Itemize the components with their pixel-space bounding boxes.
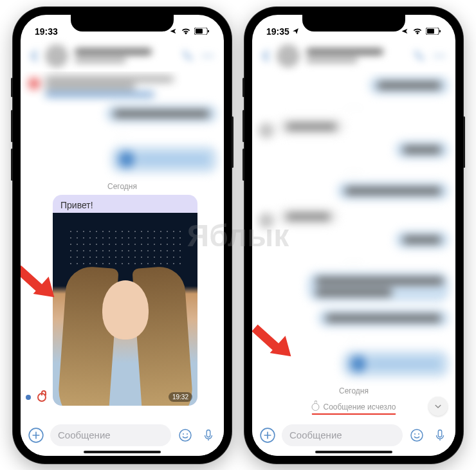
message-in (278, 118, 345, 136)
location-icon (292, 28, 299, 35)
bomb-icon (37, 393, 46, 402)
svg-rect-1 (196, 29, 203, 33)
svg-point-15 (438, 55, 441, 57)
message-out (105, 105, 217, 123)
svg-rect-2 (208, 30, 209, 33)
svg-point-19 (414, 433, 416, 435)
wifi-icon (412, 28, 423, 35)
contact-avatar[interactable] (277, 44, 300, 68)
power-button (463, 116, 465, 168)
contact-name[interactable] (306, 48, 405, 63)
svg-point-20 (418, 433, 419, 435)
message-out (395, 141, 449, 159)
voice-message (111, 146, 217, 173)
airplane-icon (400, 28, 409, 35)
mute-switch (11, 78, 13, 97)
scroll-down-button[interactable] (428, 397, 448, 416)
svg-point-5 (211, 55, 214, 57)
more-icon[interactable] (201, 49, 215, 63)
notch (302, 15, 405, 32)
unread-dot (26, 395, 31, 400)
contact-name[interactable] (75, 48, 174, 63)
svg-rect-10 (206, 429, 210, 437)
emoji-button[interactable] (176, 426, 194, 444)
voice-message (342, 350, 449, 377)
svg-point-4 (206, 55, 209, 57)
date-separator: Сегодня (259, 386, 449, 395)
svg-point-16 (443, 55, 445, 57)
back-icon[interactable] (30, 50, 39, 62)
message-photo[interactable]: 19:32 (53, 213, 197, 406)
svg-point-8 (183, 433, 184, 435)
chat-area[interactable]: · · · Сегодня Привет! 19:32 (21, 71, 224, 420)
status-time: 19:33 (35, 26, 58, 37)
phone-right: 19:35 · · · · · · · · · · (244, 7, 463, 464)
svg-rect-21 (438, 429, 442, 437)
svg-point-3 (203, 55, 205, 57)
contact-avatar[interactable] (45, 44, 68, 68)
chat-area[interactable]: · · · · · · · · · · · · · · · · · · Сего… (252, 71, 455, 420)
home-indicator[interactable] (84, 451, 161, 453)
back-icon[interactable] (261, 50, 270, 62)
smile-icon (178, 428, 193, 443)
mic-icon (201, 428, 215, 442)
disappeared-message-notice: Сообщение исчезло (311, 401, 396, 415)
svg-point-9 (187, 433, 188, 435)
svg-point-7 (179, 429, 191, 441)
message-out (337, 182, 449, 200)
status-time: 19:35 (266, 26, 289, 37)
svg-rect-13 (439, 30, 441, 33)
plus-icon (259, 427, 276, 444)
plus-icon (28, 427, 44, 444)
message-time: 19:32 (169, 392, 192, 402)
mute-switch (243, 78, 244, 97)
chat-header[interactable] (252, 41, 455, 71)
home-indicator[interactable] (315, 451, 392, 453)
more-icon[interactable] (432, 49, 446, 63)
volume-down (11, 149, 13, 181)
call-icon[interactable] (180, 49, 194, 63)
input-placeholder: Сообщение (58, 429, 111, 440)
airplane-icon (169, 28, 178, 35)
volume-up (11, 110, 13, 142)
input-placeholder: Сообщение (289, 429, 342, 440)
volume-up (243, 110, 244, 142)
smile-icon (409, 428, 425, 443)
bomb-icon (311, 403, 319, 411)
svg-point-14 (434, 55, 437, 57)
battery-icon (426, 28, 441, 35)
volume-down (243, 149, 244, 181)
attach-button[interactable] (259, 426, 277, 444)
disappearing-message[interactable]: Привет! 19:32 (53, 195, 197, 406)
phone-left: 19:33 · · · Сег (13, 7, 232, 464)
disappeared-text: Сообщение исчезло (323, 402, 396, 411)
svg-rect-12 (427, 29, 434, 33)
notch (71, 15, 174, 32)
message-input[interactable]: Сообщение (282, 424, 403, 446)
message-input[interactable]: Сообщение (50, 424, 171, 446)
message-in (278, 208, 338, 226)
date-separator: Сегодня (27, 182, 217, 191)
battery-icon (194, 28, 210, 35)
message-out (318, 309, 449, 327)
wifi-icon (181, 28, 191, 35)
pinned-banner (27, 74, 217, 102)
message-out (369, 77, 449, 95)
message-text: Привет! (53, 195, 197, 213)
voice-button[interactable] (199, 426, 217, 444)
call-icon[interactable] (412, 49, 426, 63)
message-out (307, 272, 449, 302)
mic-icon (433, 428, 447, 442)
voice-button[interactable] (431, 426, 449, 444)
emoji-button[interactable] (408, 426, 426, 444)
attach-button[interactable] (27, 426, 45, 444)
chat-header[interactable] (21, 41, 224, 71)
svg-point-18 (411, 429, 423, 441)
chevron-down-icon (434, 402, 443, 411)
power-button (232, 116, 233, 168)
message-out (395, 231, 449, 249)
